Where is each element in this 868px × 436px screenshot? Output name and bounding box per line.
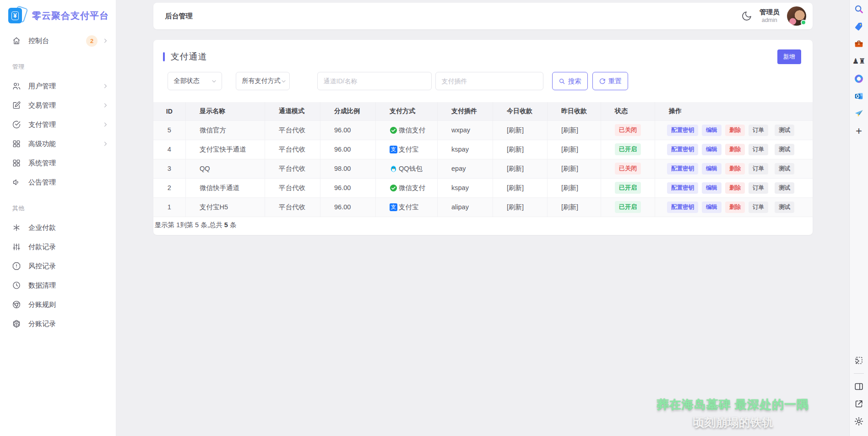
sidebar-item-transaction-management[interactable]: 交易管理 — [0, 96, 116, 115]
refresh-today-link[interactable]: [刷新] — [507, 165, 524, 172]
cell-mode: 平台代收 — [265, 140, 320, 159]
pagination-summary: 显示第 1到第 5 条,总共 5 条 — [153, 217, 813, 233]
chevron-down-icon — [211, 78, 217, 84]
send-icon[interactable] — [853, 108, 864, 119]
channel-id-input[interactable] — [317, 72, 432, 90]
search-icon[interactable] — [853, 4, 864, 15]
delete-button[interactable]: 删除 — [725, 125, 745, 136]
refresh-today-link[interactable]: [刷新] — [507, 146, 524, 153]
sidebar-item-user-management[interactable]: 用户管理 — [0, 76, 116, 96]
column-header-name: 显示名称 — [186, 102, 265, 120]
cell-mode: 平台代收 — [265, 159, 320, 178]
refresh-yesterday-link[interactable]: [刷新] — [561, 126, 578, 134]
edit-button[interactable]: 编辑 — [702, 144, 722, 155]
settings-gear-icon[interactable] — [853, 416, 864, 427]
sidebar-item-payment-management[interactable]: 支付管理 — [0, 115, 116, 134]
rail-divider — [854, 373, 864, 374]
outlook-icon[interactable] — [853, 91, 864, 102]
order-button[interactable]: 订单 — [749, 182, 768, 194]
sidebar: ¥ 零云聚合支付平台 控制台 2 管理 用户管理 交易管理 支付管理 高级功能 … — [0, 0, 116, 436]
column-header-today: 今日收款 — [493, 102, 548, 120]
reset-button[interactable]: 重置 — [592, 72, 628, 90]
cell-plugin: epay — [438, 159, 493, 178]
open-external-icon[interactable] — [853, 398, 864, 409]
refresh-today-link[interactable]: [刷新] — [507, 203, 524, 211]
test-button[interactable]: 测试 — [775, 182, 794, 194]
delete-button[interactable]: 删除 — [725, 144, 745, 155]
delete-button[interactable]: 删除 — [725, 163, 745, 174]
cell-plugin: kspay — [438, 178, 493, 197]
tag-icon[interactable] — [853, 21, 864, 32]
m365-loop-icon[interactable] — [853, 73, 864, 84]
chevron-right-icon — [102, 224, 108, 231]
cell-plugin: alipay — [438, 197, 493, 217]
cell-name: 微信官方 — [186, 120, 265, 140]
order-button[interactable]: 订单 — [749, 144, 768, 155]
chess-icon[interactable]: ♟♜ — [853, 56, 864, 67]
toolbox-icon[interactable] — [853, 38, 864, 49]
cell-id: 4 — [153, 140, 186, 159]
edit-button[interactable]: 编辑 — [702, 125, 722, 136]
edit-button[interactable]: 编辑 — [702, 202, 722, 213]
user-info[interactable]: 管理员 admin — [760, 8, 780, 24]
cell-id: 2 — [153, 178, 186, 197]
test-button[interactable]: 测试 — [775, 144, 794, 155]
column-header-id: ID — [153, 102, 186, 120]
sidebar-item-data-cleanup[interactable]: 数据清理 — [0, 276, 116, 295]
user-id: admin — [760, 16, 780, 24]
cell-id: 3 — [153, 159, 186, 178]
configure-key-button[interactable]: 配置密钥 — [667, 202, 698, 213]
sidebar-item-system-management[interactable]: 系统管理 — [0, 153, 116, 173]
cell-actions: 配置密钥编辑删除订单测试 — [655, 178, 813, 197]
sidebar-item-enterprise-payment[interactable]: 企业付款 — [0, 218, 116, 237]
screenshot-icon[interactable] — [853, 355, 864, 366]
sidebar-item-console[interactable]: 控制台 2 — [0, 31, 116, 50]
method-select[interactable]: 所有支付方式 — [236, 72, 290, 90]
add-button[interactable]: 新增 — [777, 49, 801, 64]
test-button[interactable]: 测试 — [775, 125, 794, 136]
refresh-yesterday-link[interactable]: [刷新] — [561, 146, 578, 153]
search-button[interactable]: 搜索 — [552, 72, 588, 90]
cell-today: [刷新] — [493, 120, 548, 140]
add-icon[interactable]: + — [853, 125, 864, 136]
configure-key-button[interactable]: 配置密钥 — [667, 144, 698, 155]
sidebar-item-payment-records[interactable]: 付款记录 — [0, 237, 116, 256]
sidebar-item-split-rules[interactable]: 分账规则 — [0, 295, 116, 314]
plugin-input[interactable] — [435, 72, 543, 90]
delete-button[interactable]: 删除 — [725, 202, 745, 213]
cell-yesterday: [刷新] — [548, 140, 601, 159]
clock-icon — [12, 281, 21, 290]
avatar[interactable] — [787, 6, 806, 26]
order-button[interactable]: 订单 — [749, 202, 768, 213]
configure-key-button[interactable]: 配置密钥 — [667, 182, 698, 194]
refresh-today-link[interactable]: [刷新] — [507, 126, 524, 134]
edit-button[interactable]: 编辑 — [702, 182, 722, 194]
test-button[interactable]: 测试 — [775, 163, 794, 174]
sidebar-item-split-records[interactable]: 分账记录 — [0, 314, 116, 333]
order-button[interactable]: 订单 — [749, 125, 768, 136]
delete-button[interactable]: 删除 — [725, 182, 745, 194]
configure-key-button[interactable]: 配置密钥 — [667, 163, 698, 174]
dark-mode-moon-icon[interactable] — [741, 11, 752, 22]
refresh-yesterday-link[interactable]: [刷新] — [561, 165, 578, 172]
cell-ratio: 98.00 — [320, 159, 376, 178]
column-header-actions: 操作 — [655, 102, 813, 120]
app-title: 零云聚合支付平台 — [32, 10, 109, 22]
cell-method: 支支付宝 — [376, 140, 438, 159]
status-select[interactable]: 全部状态 — [168, 72, 222, 90]
refresh-today-link[interactable]: [刷新] — [507, 184, 524, 191]
sidebar-item-advanced-features[interactable]: 高级功能 — [0, 134, 116, 153]
subtitle-line-2: 顷刻崩塌的铁轨 — [657, 415, 809, 430]
edit-button[interactable]: 编辑 — [702, 163, 722, 174]
refresh-yesterday-link[interactable]: [刷新] — [561, 203, 578, 211]
test-button[interactable]: 测试 — [775, 202, 794, 213]
order-button[interactable]: 订单 — [749, 163, 768, 174]
table-row: 1 支付宝H5 平台代收 96.00 支支付宝 alipay [刷新] [刷新]… — [153, 197, 813, 217]
status-badge: 已开启 — [615, 143, 641, 155]
configure-key-button[interactable]: 配置密钥 — [667, 125, 698, 136]
status-badge: 已关闭 — [615, 163, 641, 174]
split-screen-icon[interactable] — [853, 381, 864, 392]
sidebar-item-announcement-management[interactable]: 公告管理 — [0, 173, 116, 192]
refresh-yesterday-link[interactable]: [刷新] — [561, 184, 578, 191]
sidebar-item-risk-control-records[interactable]: 风控记录 — [0, 256, 116, 276]
